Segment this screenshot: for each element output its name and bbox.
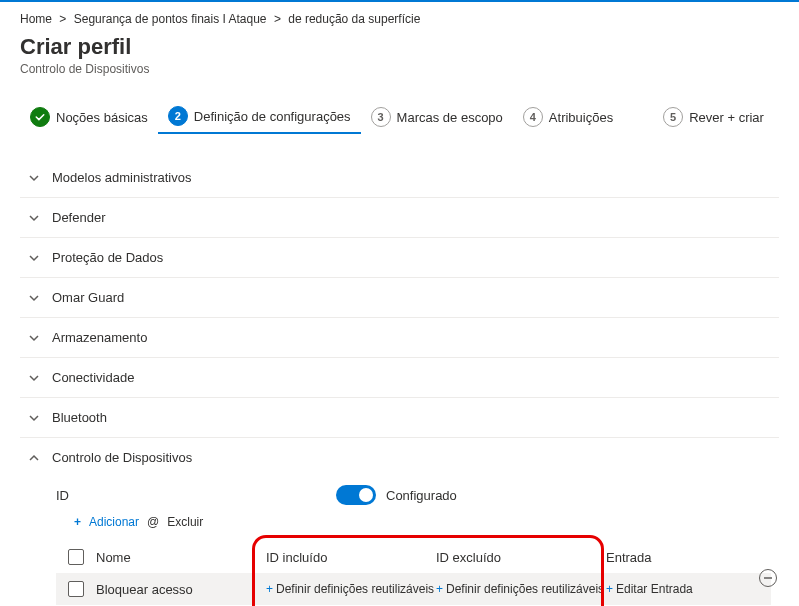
step-review-create[interactable]: 5 Rever + criar (653, 101, 774, 133)
check-icon (30, 107, 50, 127)
section-bluetooth[interactable]: Bluetooth (20, 398, 779, 437)
step-config-settings[interactable]: 2 Definição de configurações (158, 100, 361, 134)
plus-icon: + (266, 582, 273, 596)
step-basics[interactable]: Noções básicas (20, 101, 158, 133)
col-included-header: ID incluído (266, 550, 436, 565)
add-button[interactable]: Adicionar (89, 515, 139, 529)
set-reusable-included-button[interactable]: + Definir definições reutilizáveis (266, 582, 436, 596)
col-name-header: Nome (96, 550, 266, 565)
step-review-label: Rever + criar (689, 110, 764, 125)
toggle-configured-label: Configurado (386, 488, 457, 503)
chevron-down-icon (28, 252, 40, 264)
plus-icon: + (606, 582, 613, 596)
cell-text: Editar Entrada (616, 582, 693, 596)
section-label: Modelos administrativos (52, 170, 191, 185)
table-header-row: Nome ID incluído ID excluído Entrada (56, 541, 771, 573)
section-storage[interactable]: Armazenamento (20, 318, 779, 357)
col-excluded-header: ID excluído (436, 550, 606, 565)
step-number-icon: 3 (371, 107, 391, 127)
chevron-up-icon (28, 452, 40, 464)
section-data-protection[interactable]: Proteção de Dados (20, 238, 779, 277)
step-config-label: Definição de configurações (194, 109, 351, 124)
breadcrumb: Home > Segurança de pontos finais I Ataq… (20, 12, 779, 26)
chevron-down-icon (28, 372, 40, 384)
row-checkbox[interactable] (68, 581, 84, 597)
step-assignments-label: Atribuições (549, 110, 613, 125)
chevron-down-icon (28, 332, 40, 344)
step-number-icon: 2 (168, 106, 188, 126)
section-label: Armazenamento (52, 330, 147, 345)
settings-accordion: Modelos administrativos Defender Proteçã… (20, 158, 779, 606)
section-label: Bluetooth (52, 410, 107, 425)
breadcrumb-asr: de redução da superfície (288, 12, 420, 26)
field-id-label: ID (56, 488, 336, 503)
step-scope-label: Marcas de escopo (397, 110, 503, 125)
wizard-steps: Noções básicas 2 Definição de configuraç… (20, 100, 779, 134)
select-all-checkbox[interactable] (68, 549, 84, 565)
page-title: Criar perfil (20, 34, 779, 60)
rules-table: Nome ID incluído ID excluído Entrada Blo… (56, 541, 771, 605)
row-name-cell: Bloquear acesso (96, 582, 266, 597)
section-label: Defender (52, 210, 105, 225)
cell-text: Definir definições reutilizáveis (276, 582, 434, 596)
section-label: Proteção de Dados (52, 250, 163, 265)
section-omar-guard[interactable]: Omar Guard (20, 278, 779, 317)
at-label: @ (147, 515, 159, 529)
section-admin-templates[interactable]: Modelos administrativos (20, 158, 779, 197)
minus-icon (763, 573, 773, 583)
toggle-configured[interactable] (336, 485, 376, 505)
set-reusable-excluded-button[interactable]: + Definir definições reutilizáveis (436, 582, 606, 596)
breadcrumb-sep-1: > (59, 12, 66, 26)
section-device-control[interactable]: Controlo de Dispositivos (20, 438, 779, 477)
chevron-down-icon (28, 412, 40, 424)
page-subtitle: Controlo de Dispositivos (20, 62, 779, 76)
section-label: Omar Guard (52, 290, 124, 305)
device-control-body: ID Configurado + Adicionar @ Excluir Nom… (20, 477, 779, 606)
table-row: Bloquear acesso + Definir definições reu… (56, 573, 771, 605)
chevron-down-icon (28, 172, 40, 184)
toggle-knob (359, 488, 373, 502)
remove-row-button[interactable] (759, 569, 777, 587)
step-number-icon: 4 (523, 107, 543, 127)
breadcrumb-endpoint-security[interactable]: Segurança de pontos finais I Ataque (74, 12, 267, 26)
delete-button[interactable]: Excluir (167, 515, 203, 529)
cell-text: Definir definições reutilizáveis (446, 582, 604, 596)
col-entry-header: Entrada (606, 550, 716, 565)
breadcrumb-sep-2: > (274, 12, 281, 26)
section-defender[interactable]: Defender (20, 198, 779, 237)
chevron-down-icon (28, 292, 40, 304)
breadcrumb-home[interactable]: Home (20, 12, 52, 26)
section-label: Controlo de Dispositivos (52, 450, 192, 465)
section-connectivity[interactable]: Conectividade (20, 358, 779, 397)
edit-entry-button[interactable]: + Editar Entrada (606, 582, 716, 596)
plus-icon: + (436, 582, 443, 596)
step-scope-tags[interactable]: 3 Marcas de escopo (361, 101, 513, 133)
step-basics-label: Noções básicas (56, 110, 148, 125)
section-label: Conectividade (52, 370, 134, 385)
chevron-down-icon (28, 212, 40, 224)
step-number-icon: 5 (663, 107, 683, 127)
step-assignments[interactable]: 4 Atribuições (513, 101, 623, 133)
plus-icon: + (74, 515, 81, 529)
